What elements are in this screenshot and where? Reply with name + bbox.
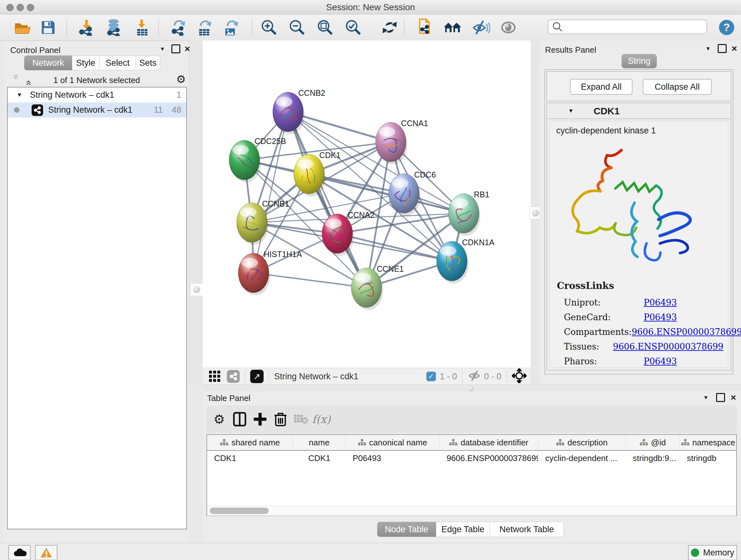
tab-sets[interactable]: Sets	[136, 56, 160, 70]
new-network-from-selection-icon[interactable]	[415, 18, 434, 37]
search-input[interactable]	[563, 22, 701, 32]
refresh-view-icon[interactable]	[380, 18, 400, 37]
show-selected-icon[interactable]	[498, 18, 518, 37]
table-toolbar: ⚙ f(x)	[206, 406, 737, 433]
column-header-id[interactable]: @id	[626, 435, 680, 450]
cell-description[interactable]: cyclin-dependent ...	[538, 453, 625, 463]
column-header-name[interactable]: name	[293, 435, 346, 450]
column-header-canonical-name[interactable]: canonical name	[346, 435, 440, 450]
table-panel-close-icon[interactable]: ×	[728, 392, 739, 403]
network-node-cdc6[interactable]: CDC6	[389, 170, 436, 213]
collapse-all-button[interactable]: Collapse All	[643, 79, 712, 95]
import-network-file-icon[interactable]	[77, 18, 96, 37]
control-panel-menu-icon[interactable]: ▼	[157, 44, 168, 54]
network-node-ccne1[interactable]: CCNE1	[351, 264, 404, 307]
tab-network[interactable]: Network	[24, 56, 72, 70]
results-panel-menu-icon[interactable]: ▼	[703, 43, 714, 54]
import-table-file-icon[interactable]	[132, 18, 152, 37]
horizontal-splitter[interactable]	[203, 384, 741, 392]
tissues-link[interactable]: 9606.ENSP00000378699	[613, 341, 724, 352]
section-collapse-icon[interactable]: ▼	[568, 108, 574, 114]
export-table-icon[interactable]	[195, 18, 214, 37]
open-session-icon[interactable]	[12, 18, 32, 37]
birds-eye-grid-icon[interactable]	[208, 369, 221, 383]
help-icon[interactable]: ?	[717, 18, 737, 37]
column-header-database-identifier[interactable]: database identifier	[440, 435, 538, 450]
open-view-in-window-icon[interactable]: ↗	[250, 370, 264, 383]
cell-name[interactable]: CDK1	[293, 453, 346, 463]
hide-selected-icon[interactable]	[471, 18, 491, 37]
protein-detail-card: cyclin-dependent kinase 1	[549, 121, 728, 368]
table-panel-float-icon[interactable]	[715, 392, 726, 403]
create-column-plus-icon[interactable]	[250, 410, 270, 429]
protein-section-header[interactable]: ▼ CDK1	[547, 103, 731, 119]
selected-checkbox-icon[interactable]: ✓	[426, 372, 436, 381]
delete-column-trash-icon[interactable]	[270, 410, 291, 429]
left-splitter[interactable]	[190, 41, 203, 384]
zoom-fit-content-icon[interactable]	[315, 18, 335, 37]
table-row[interactable]: CDK1 CDK1 P06493 9606.ENSP00000378699 cy…	[207, 451, 736, 465]
tab-style[interactable]: Style	[72, 56, 99, 70]
table-hscrollbar-thumb[interactable]	[210, 508, 269, 514]
control-panel-float-icon[interactable]	[171, 44, 181, 54]
uniprot-link[interactable]: P06493	[644, 298, 677, 307]
tree-expander-icon[interactable]: ▼	[17, 91, 22, 98]
column-header-shared-name[interactable]: shared name	[207, 435, 293, 450]
status-bar: Memory	[0, 543, 741, 560]
table-hscrollbar[interactable]	[207, 506, 736, 516]
export-image-icon[interactable]	[221, 18, 241, 37]
zoom-selected-icon[interactable]	[343, 18, 363, 37]
selected-counts: 1 - 0	[440, 372, 457, 381]
show-columns-icon[interactable]	[229, 410, 250, 429]
expand-all-button[interactable]: Expand All	[570, 79, 632, 95]
column-header-description[interactable]: description	[538, 435, 626, 450]
tab-node-table[interactable]: Node Table	[377, 522, 436, 537]
control-panel: Control Panel ▼ × Network Style Select S…	[4, 41, 189, 543]
export-network-icon[interactable]	[169, 18, 188, 37]
hidden-eye-slash-icon	[468, 370, 481, 383]
network-node-ccna1[interactable]: CCNA1	[376, 119, 428, 162]
table-panel-menu-icon[interactable]: ▼	[700, 392, 711, 403]
cell-database-identifier[interactable]: 9606.ENSP00000378699	[440, 453, 538, 463]
left-splitter-handle[interactable]	[190, 283, 203, 296]
results-panel-close-icon[interactable]: ×	[729, 43, 740, 54]
network-canvas[interactable]: CCNB2CCNA1CDC25BCDK1CDC6RB1CCNB1CCNA2CDK…	[203, 41, 531, 368]
import-network-database-icon[interactable]	[104, 18, 124, 37]
tab-edge-table[interactable]: Edge Table	[436, 522, 490, 537]
zoom-in-icon[interactable]	[259, 18, 279, 37]
memory-button[interactable]: Memory	[688, 545, 737, 560]
fit-selected-crosshair-icon[interactable]	[512, 368, 527, 384]
horizontal-splitter-handle[interactable]	[468, 386, 474, 391]
network-node-hist1h1a[interactable]: HIST1H1A	[238, 250, 302, 293]
genecard-link[interactable]: P06493	[644, 312, 677, 322]
network-node-rb1[interactable]: RB1	[448, 190, 489, 233]
column-header-namespace[interactable]: namespace	[680, 435, 736, 450]
string-panel-toggle-icon[interactable]	[227, 370, 240, 383]
network-node-ccnb2[interactable]: CCNB2	[273, 88, 326, 132]
warning-status-button[interactable]	[35, 545, 57, 560]
right-splitter[interactable]	[531, 41, 540, 384]
cell-canonical-name[interactable]: P06493	[346, 453, 440, 463]
results-button-bar: Expand All Collapse All	[546, 71, 731, 101]
cloud-status-button[interactable]	[8, 545, 30, 560]
tab-string[interactable]: String	[622, 54, 657, 68]
network-selection-summary: 1 of 1 Network selected	[4, 75, 189, 85]
network-options-gear-icon[interactable]: ⚙	[176, 73, 186, 85]
network-node-ccna2[interactable]: CCNA2	[322, 210, 375, 253]
network-collection-row[interactable]: ▼ String Network – cdk1 1	[8, 87, 186, 103]
pharos-link[interactable]: P06493	[644, 356, 677, 366]
save-session-icon[interactable]	[38, 18, 58, 37]
cell-id[interactable]: stringdb:9...	[626, 453, 680, 463]
cell-shared-name[interactable]: CDK1	[207, 453, 293, 463]
compartments-link[interactable]: 9606.ENSP00000378699	[631, 327, 741, 337]
two-houses-icon[interactable]	[443, 18, 463, 37]
tab-network-table[interactable]: Network Table	[490, 522, 564, 537]
search-field[interactable]	[548, 19, 707, 34]
zoom-out-icon[interactable]	[287, 18, 307, 37]
network-row[interactable]: String Network – cdk1 11 48	[8, 103, 186, 118]
table-options-gear-icon[interactable]: ⚙	[209, 410, 229, 429]
cell-namespace[interactable]: stringdb	[680, 453, 736, 463]
results-panel-float-icon[interactable]	[717, 43, 728, 54]
network-node-cdk1[interactable]: CDK1	[293, 151, 340, 194]
tab-select[interactable]: Select	[99, 56, 136, 70]
